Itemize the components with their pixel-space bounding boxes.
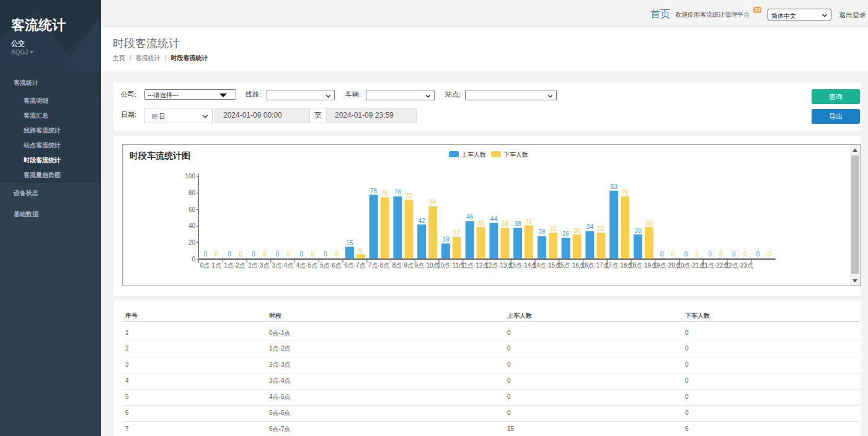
svg-text:0: 0	[324, 251, 327, 258]
svg-text:0: 0	[192, 256, 195, 263]
svg-text:0: 0	[239, 251, 242, 258]
svg-text:39: 39	[645, 220, 653, 227]
svg-text:41: 41	[526, 218, 533, 225]
svg-text:0: 0	[732, 251, 736, 258]
svg-text:28: 28	[538, 229, 546, 235]
svg-text:0: 0	[311, 251, 315, 258]
svg-text:0: 0	[204, 251, 208, 258]
svg-text:30: 30	[574, 227, 581, 234]
svg-text:1点-2点: 1点-2点	[224, 262, 245, 269]
svg-text:0: 0	[719, 251, 723, 258]
svg-text:42: 42	[418, 217, 426, 224]
svg-text:30: 30	[634, 227, 642, 234]
svg-text:0: 0	[684, 251, 688, 258]
svg-text:44: 44	[490, 216, 498, 222]
svg-text:3点-4点: 3点-4点	[272, 262, 293, 269]
svg-text:46: 46	[466, 214, 474, 220]
svg-text:0点-1点: 0点-1点	[200, 262, 221, 269]
svg-text:0: 0	[756, 251, 760, 258]
svg-text:0: 0	[300, 251, 304, 258]
svg-text:0: 0	[696, 251, 699, 258]
svg-text:27: 27	[453, 230, 461, 237]
svg-text:0: 0	[708, 251, 712, 258]
svg-text:76: 76	[394, 189, 402, 196]
svg-text:20: 20	[188, 239, 196, 246]
svg-text:32: 32	[549, 225, 557, 232]
svg-text:2点-3点: 2点-3点	[248, 262, 269, 269]
svg-text:6: 6	[359, 247, 363, 254]
svg-text:64: 64	[430, 199, 437, 206]
svg-text:39: 39	[477, 220, 485, 227]
svg-text:26: 26	[562, 230, 570, 237]
svg-text:0: 0	[215, 251, 219, 258]
svg-text:75: 75	[381, 190, 389, 197]
svg-text:8点-9点: 8点-9点	[392, 262, 414, 269]
svg-text:0: 0	[660, 251, 664, 258]
svg-text:38: 38	[515, 220, 522, 227]
svg-text:0: 0	[768, 251, 771, 258]
svg-text:15: 15	[346, 240, 353, 246]
svg-text:19: 19	[442, 236, 450, 243]
svg-text:0: 0	[276, 251, 280, 258]
svg-text:4点-5点: 4点-5点	[296, 262, 317, 269]
svg-text:7点-8点: 7点-8点	[368, 262, 389, 269]
svg-text:40: 40	[188, 222, 196, 229]
svg-text:60: 60	[188, 206, 196, 213]
svg-text:83: 83	[611, 183, 618, 190]
svg-text:0: 0	[671, 251, 675, 258]
svg-text:0: 0	[287, 251, 291, 258]
svg-text:6点-7点: 6点-7点	[344, 262, 365, 269]
svg-text:9点-10点: 9点-10点	[415, 262, 440, 269]
svg-text:78: 78	[370, 188, 378, 194]
svg-text:76: 76	[622, 189, 629, 196]
svg-text:80: 80	[188, 190, 196, 196]
svg-text:0: 0	[252, 251, 255, 258]
svg-text:32: 32	[598, 225, 605, 232]
svg-text:38: 38	[502, 220, 509, 227]
svg-text:0: 0	[335, 251, 339, 258]
svg-text:0: 0	[228, 251, 231, 258]
svg-text:72: 72	[405, 193, 413, 199]
svg-text:0: 0	[263, 251, 267, 258]
svg-text:5点-6点: 5点-6点	[320, 262, 341, 269]
svg-text:100: 100	[185, 173, 195, 180]
svg-text:22点-23点: 22点-23点	[725, 262, 754, 269]
svg-text:0: 0	[743, 251, 747, 258]
svg-text:34: 34	[587, 224, 594, 230]
